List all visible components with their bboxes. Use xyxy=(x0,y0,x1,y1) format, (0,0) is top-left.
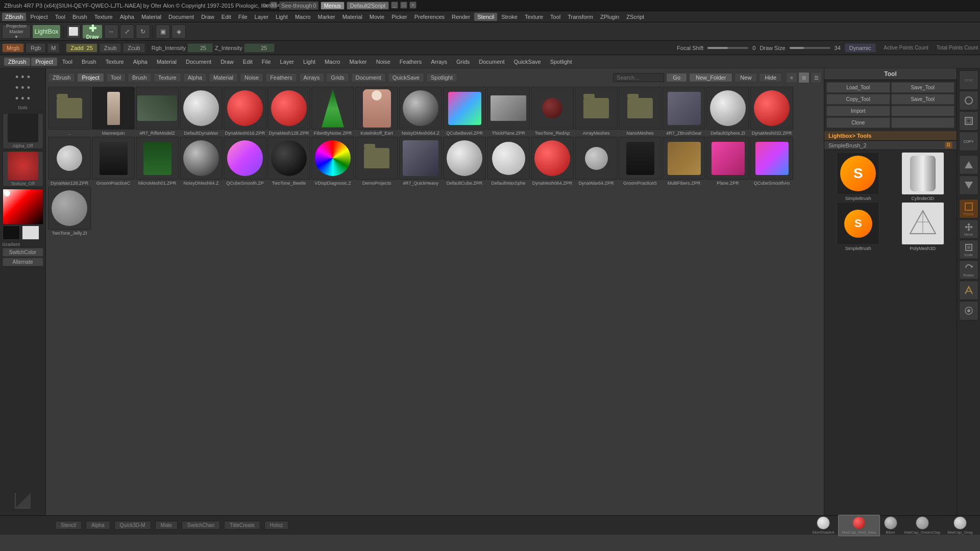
thumb-multifibers[interactable]: MultiFibers.ZPR xyxy=(663,137,705,186)
subtab-tool[interactable]: Tool xyxy=(58,58,77,66)
zbrush-tab[interactable]: ZBrush xyxy=(48,73,75,82)
alternate-button[interactable]: Alternate xyxy=(3,258,43,266)
zsub-button[interactable]: Zsub xyxy=(100,43,121,53)
subtab-spotlight[interactable]: Spotlight xyxy=(546,58,576,66)
white-swatch[interactable] xyxy=(22,226,39,240)
skinshade4-button[interactable]: SkinShade4 xyxy=(809,515,837,536)
new-button[interactable]: New xyxy=(734,73,757,82)
thumb-qcubebevel[interactable]: QCubeBevel.ZPR xyxy=(443,87,486,136)
menu-item-light[interactable]: Light xyxy=(273,13,291,21)
close-button[interactable]: × xyxy=(409,2,416,9)
black-swatch[interactable] xyxy=(3,226,20,240)
rotate-button-ra[interactable]: Rotate xyxy=(959,260,978,280)
menu-item-file[interactable]: File xyxy=(235,13,251,21)
thumb-vdisp[interactable]: VDispDiagnosic.Z xyxy=(311,137,354,186)
hide-button[interactable]: Hide xyxy=(759,73,782,82)
thumb-dynamesh128[interactable]: DynaMesh128.ZPR xyxy=(267,87,310,136)
icon-btn-3[interactable]: ◈ xyxy=(172,24,186,39)
subtab-brush[interactable]: Brush xyxy=(78,58,101,66)
color-gradient[interactable] xyxy=(3,189,43,224)
polymesh3d-item[interactable]: PolyMesh3D xyxy=(891,202,955,251)
thumb-qcubesmoothan[interactable]: QCubeSmoothAn xyxy=(750,137,793,186)
subtab-arrays[interactable]: Arrays xyxy=(427,58,451,66)
thumb-mannequin[interactable]: Mannequin xyxy=(92,87,135,136)
subtab-feathers[interactable]: Feathers xyxy=(396,58,426,66)
blinn-button[interactable]: Blinn xyxy=(881,515,900,536)
subtab-draw[interactable]: Draw xyxy=(216,58,238,66)
thumb-defaultdynawax[interactable]: DefaultDynaWax xyxy=(180,87,223,136)
document-tab[interactable]: Document xyxy=(351,73,386,82)
thumb-nanomeshes[interactable]: NanoMeshes xyxy=(619,87,662,136)
thumb-dynamesh032[interactable]: DynaMesh032.ZPR xyxy=(750,87,793,136)
menu-item-tool2[interactable]: Tool xyxy=(547,13,564,21)
dynamic-button[interactable]: Dynamic xyxy=(845,43,876,53)
import-button[interactable]: Import xyxy=(826,106,890,116)
thumb-dynamesh016[interactable]: DynaMesh016.ZPR xyxy=(224,87,266,136)
save-tool-button-2[interactable]: Save_Tool xyxy=(891,94,955,105)
arch-button[interactable] xyxy=(959,91,978,110)
menu-item-preferences[interactable]: Preferences xyxy=(411,13,448,21)
zadd-button[interactable]: Zadd 25 xyxy=(66,43,97,53)
alpha-tab[interactable]: Alpha xyxy=(183,73,207,82)
subtab-macro[interactable]: Macro xyxy=(321,58,345,66)
menu-item-render[interactable]: Render xyxy=(449,13,473,21)
minimize-button[interactable]: _ xyxy=(391,2,398,9)
menu-item-texture2[interactable]: Texture xyxy=(522,13,546,21)
thumb-fiberbynoise[interactable]: FiberByNoise.ZPR xyxy=(311,87,354,136)
mate-nav-btn[interactable]: Mate xyxy=(155,521,178,530)
projection-master-button[interactable]: Projection Master ▼ xyxy=(2,24,31,39)
thumb-dynawax64[interactable]: DynaWax64.ZPR xyxy=(575,137,618,186)
lightbox-button[interactable]: LightBox xyxy=(32,24,61,39)
spir-button[interactable]: SPIR xyxy=(959,70,978,90)
texture-tab[interactable]: Texture xyxy=(154,73,181,82)
menu-item-tool[interactable]: Tool xyxy=(52,13,68,21)
alpha-nav-btn[interactable]: Alpha xyxy=(86,521,110,530)
simplebrush-item-2[interactable]: S SimpleBrush xyxy=(826,202,890,251)
mrgb-button[interactable]: Mrgb xyxy=(2,43,24,53)
thumb-noisydmesh064[interactable]: NoisyDMesh064.Z xyxy=(399,87,442,136)
quick3dm-nav-btn[interactable]: Quick3D-M xyxy=(114,521,151,530)
subtab-layer[interactable]: Layer xyxy=(276,58,299,66)
grids-tab[interactable]: Grids xyxy=(326,73,349,82)
maximize-button[interactable]: □ xyxy=(400,2,407,9)
menu-item-zscript[interactable]: ZScript xyxy=(623,13,647,21)
view-grid-btn[interactable]: ⊞ xyxy=(798,72,810,83)
subtab-document2[interactable]: Document xyxy=(475,58,508,66)
zcub-button[interactable]: Zcub xyxy=(123,43,144,53)
rgb-intensity-slider[interactable]: 25 xyxy=(187,43,213,53)
arch-button-2[interactable] xyxy=(959,111,978,131)
load-tool-button[interactable]: Load_Tool xyxy=(826,82,890,93)
search-input[interactable] xyxy=(613,73,664,82)
menu-item-zbrush[interactable]: ZBrush xyxy=(2,13,26,21)
thumb-dynamesh064[interactable]: DynaMesh064.ZPR xyxy=(531,137,574,186)
thumb-defaultcube[interactable]: DefaultCube.ZPR xyxy=(443,137,486,186)
frame-button[interactable]: Frame xyxy=(959,199,978,218)
thumb-rifle[interactable]: 4R7_RifleModelZ xyxy=(136,87,179,136)
thumb-4r7-quickheavy[interactable]: 4R7_QuickHeavy xyxy=(399,137,442,186)
m-button[interactable]: M xyxy=(47,43,59,53)
view-list-btn[interactable]: ≡ xyxy=(786,72,797,83)
thumb-defaultsphere[interactable]: DefaultSphere.ZI xyxy=(706,87,749,136)
texture-off-button[interactable]: Texture_Off xyxy=(3,151,43,187)
titlecreate-nav-btn[interactable]: TitleCreate xyxy=(224,521,260,530)
subtab-noise[interactable]: Noise xyxy=(372,58,395,66)
subtab-alpha[interactable]: Alpha xyxy=(129,58,152,66)
menu-item-picker[interactable]: Picker xyxy=(388,13,410,21)
thumb-micromesh01[interactable]: MicroMesh01.ZPR xyxy=(136,137,179,186)
thumb-plane[interactable]: Plane.ZPR xyxy=(706,137,749,186)
switchchan-nav-btn[interactable]: SwitchChan xyxy=(182,521,220,530)
simplebrush-item[interactable]: S SimpleBrush xyxy=(826,152,890,201)
subtab-material[interactable]: Material xyxy=(153,58,181,66)
down-arrow-button[interactable] xyxy=(959,176,978,195)
switch-color-button[interactable]: SwitchColor xyxy=(3,248,43,257)
arrays-tab[interactable]: Arrays xyxy=(299,73,325,82)
menu-item-brush[interactable]: Brush xyxy=(69,13,90,21)
draw-button-ra[interactable] xyxy=(959,281,978,300)
subtab-quicksave[interactable]: QuickSave xyxy=(509,58,545,66)
copy-button[interactable]: COPY xyxy=(959,132,978,151)
menu-item-material[interactable]: Material xyxy=(138,13,164,21)
save-tool-button[interactable]: Save_Tool xyxy=(891,82,955,93)
thumb-thickplane[interactable]: ThickPlane.ZPR xyxy=(487,87,530,136)
menu-item-material2[interactable]: Material xyxy=(339,13,365,21)
z-intensity-slider[interactable]: 25 xyxy=(244,43,275,53)
